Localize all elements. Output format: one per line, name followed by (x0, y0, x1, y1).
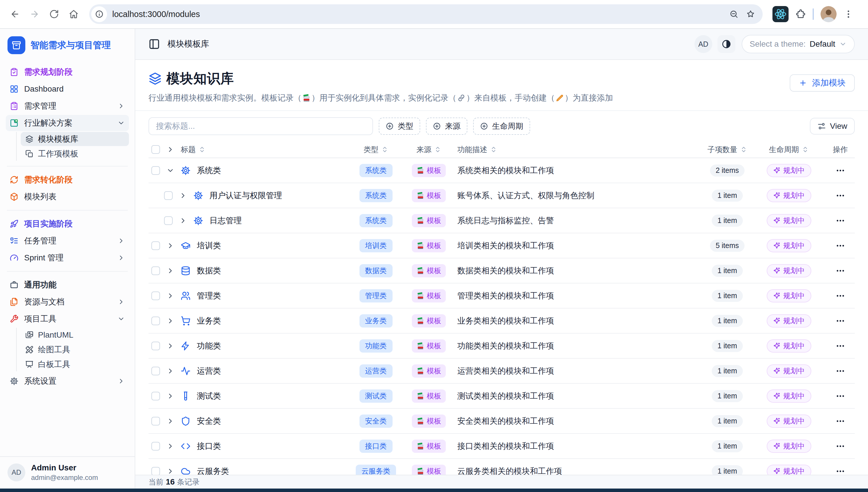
table-row[interactable]: 培训类培训类模板培训类相关的模块和工作项5 items规划中 (149, 233, 855, 259)
row-actions-button[interactable] (836, 166, 845, 175)
chevron-right-icon[interactable] (166, 417, 175, 425)
row-actions-button[interactable] (836, 441, 845, 451)
table-row[interactable]: 日志管理系统类模板系统日志与指标监控、告警1 item规划中 (149, 208, 855, 233)
chevron-right-icon[interactable] (166, 367, 175, 375)
row-actions-button[interactable] (836, 416, 845, 426)
row-actions-button[interactable] (836, 316, 845, 326)
row-checkbox[interactable] (151, 241, 160, 250)
row-checkbox[interactable] (164, 191, 173, 200)
row-checkbox[interactable] (151, 392, 160, 400)
sidebar-item-模块模板库[interactable]: 模块模板库 (21, 132, 129, 146)
table-row[interactable]: 云服务类云服务类模板云服务类相关的模块和工作项1 item规划中 (149, 459, 855, 475)
header-user-avatar[interactable]: AD (694, 35, 712, 53)
filter-chip-来源[interactable]: 来源 (426, 118, 467, 135)
sort-icon[interactable] (434, 146, 441, 153)
sidebar-item-Sprint 管理[interactable]: Sprint 管理 (6, 250, 129, 266)
row-actions-button[interactable] (836, 216, 845, 225)
table-row[interactable]: 数据类数据类模板数据类相关的模块和工作项1 item规划中 (149, 259, 855, 284)
row-checkbox[interactable] (151, 367, 160, 375)
chevron-right-icon[interactable] (166, 267, 175, 275)
col-description[interactable]: 功能描述 (457, 145, 487, 155)
search-input[interactable] (149, 117, 373, 135)
row-actions-button[interactable] (836, 191, 845, 200)
sort-icon[interactable] (382, 146, 388, 153)
sidebar-item-项目工具[interactable]: 项目工具 (6, 311, 129, 327)
row-checkbox[interactable] (151, 317, 160, 325)
chevron-right-icon[interactable] (179, 192, 187, 200)
site-info-button[interactable] (91, 6, 107, 22)
row-checkbox[interactable] (164, 216, 173, 225)
chevron-right-icon[interactable] (179, 217, 187, 225)
row-checkbox[interactable] (151, 342, 160, 350)
chevron-right-icon[interactable] (166, 467, 175, 475)
browser-menu-icon[interactable] (844, 9, 853, 19)
app-logo-row[interactable]: 智能需求与项目管理 (6, 34, 129, 56)
browser-back-button[interactable] (6, 5, 24, 23)
chevron-right-icon[interactable] (166, 392, 175, 400)
table-row[interactable]: 接口类接口类模板接口类相关的模块和工作项1 item规划中 (149, 434, 855, 459)
chevron-right-icon[interactable] (166, 292, 175, 300)
sidebar-item-系统设置[interactable]: 系统设置 (6, 373, 129, 389)
add-module-button[interactable]: 添加模块 (790, 74, 855, 92)
row-checkbox[interactable] (151, 267, 160, 275)
browser-reload-button[interactable] (46, 5, 63, 23)
sidebar-item-行业解决方案[interactable]: 行业解决方案 (6, 115, 129, 131)
table-row[interactable]: 运营类运营类模板运营类相关的模块和工作项1 item规划中 (149, 359, 855, 384)
sort-icon[interactable] (802, 146, 809, 153)
sidebar-item-模块列表[interactable]: 模块列表 (6, 189, 129, 205)
browser-profile-avatar[interactable] (820, 6, 837, 22)
col-count[interactable]: 子项数量 (707, 145, 737, 155)
row-checkbox[interactable] (151, 467, 160, 475)
theme-toggle-button[interactable] (717, 35, 735, 53)
row-actions-button[interactable] (836, 291, 845, 301)
row-actions-button[interactable] (836, 341, 845, 351)
theme-select[interactable]: Select a theme: Default (742, 35, 855, 53)
col-title[interactable]: 标题 (181, 145, 196, 155)
address-bar[interactable]: localhost:3000/modules (89, 4, 763, 24)
sidebar-item-任务管理[interactable]: 任务管理 (6, 233, 129, 249)
row-checkbox[interactable] (151, 292, 160, 300)
react-devtools-extension-icon[interactable] (772, 6, 789, 22)
sort-icon[interactable] (740, 146, 747, 153)
chevron-right-icon[interactable] (166, 442, 175, 450)
chevron-down-icon[interactable] (166, 167, 175, 175)
select-all-checkbox[interactable] (151, 145, 160, 154)
zoom-indicator-icon[interactable] (729, 9, 738, 19)
browser-forward-button[interactable] (26, 5, 43, 23)
table-row[interactable]: 安全类安全类模板安全类相关的模块和工作项1 item规划中 (149, 409, 855, 434)
sidebar-item-工作项模板[interactable]: 工作项模板 (21, 147, 129, 161)
row-checkbox[interactable] (151, 442, 160, 450)
table-row[interactable]: 业务类业务类模板业务类相关的模块和工作项1 item规划中 (149, 309, 855, 334)
sort-icon[interactable] (199, 146, 206, 153)
table-row[interactable]: 管理类管理类模板管理类相关的模块和工作项1 item规划中 (149, 284, 855, 309)
row-actions-button[interactable] (836, 466, 845, 475)
col-lifecycle[interactable]: 生命周期 (769, 145, 799, 155)
sidebar-item-资源与文档[interactable]: 资源与文档 (6, 294, 129, 310)
extensions-puzzle-icon[interactable] (795, 9, 806, 19)
col-type[interactable]: 类型 (364, 145, 378, 155)
row-checkbox[interactable] (151, 166, 160, 175)
row-actions-button[interactable] (836, 266, 845, 276)
sort-icon[interactable] (490, 146, 497, 153)
sidebar-toggle-icon[interactable] (149, 38, 160, 50)
sidebar-item-绘图工具[interactable]: 绘图工具 (21, 343, 129, 356)
sidebar-item-白板工具[interactable]: 白板工具 (21, 357, 129, 371)
filter-chip-类型[interactable]: 类型 (379, 118, 420, 135)
bookmark-star-icon[interactable] (746, 9, 755, 19)
row-checkbox[interactable] (151, 417, 160, 425)
table-row[interactable]: 测试类测试类模板测试类相关的模块和工作项1 item规划中 (149, 384, 855, 409)
chevron-right-icon[interactable] (166, 342, 175, 350)
view-button[interactable]: View (810, 118, 855, 134)
chevron-right-icon[interactable] (166, 317, 175, 325)
table-row[interactable]: 功能类功能类模板功能类相关的模块和工作项1 item规划中 (149, 334, 855, 359)
row-actions-button[interactable] (836, 391, 845, 401)
col-source[interactable]: 来源 (417, 145, 431, 155)
browser-home-button[interactable] (65, 5, 82, 23)
sidebar-user-card[interactable]: AD Admin User admin@example.com (0, 456, 135, 489)
sidebar-item-需求管理[interactable]: 需求管理 (6, 98, 129, 114)
row-actions-button[interactable] (836, 241, 845, 251)
chevron-right-icon[interactable] (166, 242, 175, 250)
row-actions-button[interactable] (836, 366, 845, 376)
sidebar-item-PlantUML[interactable]: PlantUML (21, 328, 129, 342)
filter-chip-生命周期[interactable]: 生命周期 (473, 118, 530, 135)
